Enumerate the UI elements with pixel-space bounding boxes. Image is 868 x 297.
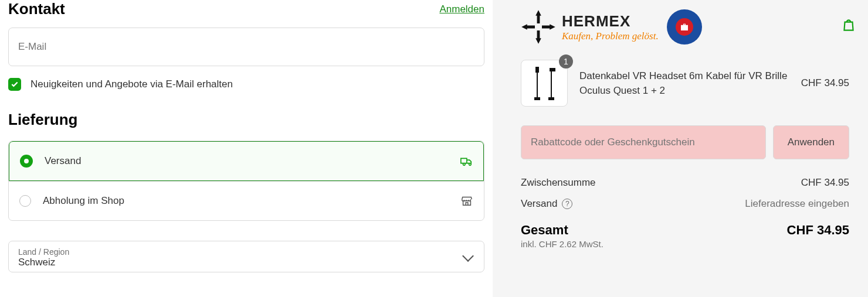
hermex-logo-icon xyxy=(521,9,556,45)
country-label: Land / Region xyxy=(18,247,69,257)
brand-header: HERMEX Kaufen, Problem gelöst. xyxy=(521,6,849,45)
shipping-value: Lieferadresse eingeben xyxy=(745,198,849,210)
shipping-label: Versand xyxy=(45,155,81,167)
help-icon[interactable]: ? xyxy=(562,199,572,209)
total-label: Gesamt xyxy=(521,223,568,238)
delivery-option-shipping[interactable]: Versand xyxy=(9,141,484,181)
checkmark-icon xyxy=(11,80,19,88)
svg-rect-4 xyxy=(534,97,540,100)
subtotal-value: CHF 34.95 xyxy=(801,177,849,189)
delivery-method-group: Versand Abholung im Shop xyxy=(8,141,484,221)
total-value: CHF 34.95 xyxy=(787,223,849,238)
tax-note: inkl. CHF 2.62 MwSt. xyxy=(521,239,849,249)
brand-name: HERMEX xyxy=(562,12,659,30)
login-link[interactable]: Anmelden xyxy=(439,4,484,15)
country-value: Schweiz xyxy=(18,257,69,268)
newsletter-checkbox[interactable] xyxy=(8,78,21,91)
apply-button[interactable]: Anwenden xyxy=(773,125,849,159)
gift-icon xyxy=(680,22,689,32)
svg-rect-5 xyxy=(548,97,554,100)
svg-rect-2 xyxy=(550,68,555,71)
discount-input[interactable] xyxy=(521,125,766,159)
swiss-guarantee-badge xyxy=(667,9,702,45)
svg-rect-3 xyxy=(551,71,552,98)
subtotal-label: Zwischensumme xyxy=(521,177,596,189)
pickup-label: Abholung im Shop xyxy=(43,195,124,207)
store-icon xyxy=(460,194,473,207)
radio-unselected-icon xyxy=(19,195,31,207)
product-thumb: 1 xyxy=(521,60,568,107)
contact-heading: Kontakt xyxy=(8,0,65,18)
cable-icon xyxy=(530,66,559,101)
radio-selected-icon xyxy=(20,155,33,168)
chevron-down-icon xyxy=(462,250,474,262)
newsletter-label: Neuigkeiten und Angebote via E-Mail erha… xyxy=(30,78,233,90)
bag-icon[interactable] xyxy=(841,18,856,33)
country-select[interactable]: Land / Region Schweiz xyxy=(8,241,484,272)
item-price: CHF 34.95 xyxy=(801,77,849,89)
cart-item: 1 Datenkabel VR Headset 6m Kabel für VR … xyxy=(521,60,849,107)
svg-rect-1 xyxy=(537,73,538,98)
svg-rect-0 xyxy=(535,67,539,73)
delivery-heading: Lieferung xyxy=(8,111,484,129)
brand-slogan: Kaufen, Problem gelöst. xyxy=(562,30,659,42)
qty-badge: 1 xyxy=(559,54,573,69)
email-field[interactable] xyxy=(8,28,484,66)
delivery-option-pickup[interactable]: Abholung im Shop xyxy=(9,181,484,220)
truck-icon xyxy=(460,155,473,168)
shipping-label: Versand xyxy=(521,198,557,210)
item-title: Datenkabel VR Headset 6m Kabel für VR Br… xyxy=(579,69,789,98)
